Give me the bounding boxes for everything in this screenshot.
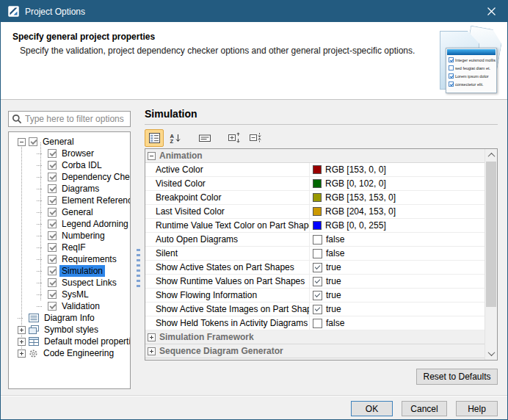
tree-item-suspect-links[interactable]: Suspect Links [9, 277, 130, 289]
color-swatch[interactable] [313, 221, 322, 230]
tree-item-validation[interactable]: Validation [9, 300, 130, 312]
tree-item-checkbox[interactable] [48, 161, 57, 170]
tree-expander-plus-icon[interactable] [18, 338, 26, 346]
prop-row-silent[interactable]: Silentfalse [145, 247, 485, 261]
scrollbar-thumb[interactable] [486, 162, 496, 307]
color-swatch[interactable] [313, 207, 322, 216]
color-swatch[interactable] [313, 193, 322, 202]
value-checkbox[interactable] [313, 291, 322, 300]
group-expander-plus-icon[interactable] [148, 333, 156, 341]
prop-row-runtime-value-text-color-on-part-shapes[interactable]: Runtime Value Text Color on Part ShapesR… [145, 219, 485, 233]
tree-item-checkbox[interactable] [48, 196, 57, 205]
expand-all-categories-button[interactable] [225, 129, 244, 147]
help-button[interactable]: Help [456, 401, 498, 416]
prop-row-breakpoint-color[interactable]: Breakpoint ColorRGB [153, 153, 0] [145, 191, 485, 205]
tree-item-checkbox[interactable] [48, 290, 57, 299]
tree-item-default-model-properties[interactable]: Default model properties [9, 336, 130, 347]
tree-item-checkbox[interactable] [29, 137, 37, 146]
alphabetical-sort-button[interactable]: AZ [166, 129, 185, 147]
tree-item-checkbox[interactable] [48, 184, 57, 193]
table-scrollbar[interactable] [485, 149, 497, 360]
tree-item-checkbox[interactable] [48, 243, 57, 252]
scroll-up-icon[interactable] [485, 149, 497, 162]
color-swatch[interactable] [313, 179, 322, 188]
reset-to-defaults-button[interactable]: Reset to Defaults [416, 369, 498, 385]
prop-row-show-active-state-images-on-part-shapes[interactable]: Show Active State Images on Part Shapest… [145, 303, 485, 316]
tree-expander-plus-icon[interactable] [18, 326, 26, 334]
tree-item-diagrams[interactable]: Diagrams [9, 183, 130, 195]
tree-item-checkbox[interactable] [48, 173, 57, 181]
tree-item-numbering[interactable]: Numbering [9, 230, 130, 242]
tree-item-browser[interactable]: Browser [9, 148, 130, 159]
tree-item-legend-adorning[interactable]: Legend Adorning [9, 218, 130, 230]
tree-item-sysml[interactable]: SysML [9, 289, 130, 300]
tree-expander-plus-icon[interactable] [18, 350, 26, 358]
tree-item-reqif[interactable]: ReqIF [9, 242, 130, 253]
prop-row-auto-open-diagrams[interactable]: Auto Open Diagramsfalse [145, 233, 485, 247]
group-expander-plus-icon[interactable] [148, 347, 156, 355]
prop-row-show-flowing-information[interactable]: Show Flowing Informationtrue [145, 289, 485, 303]
tree-item-checkbox[interactable] [48, 255, 57, 264]
prop-row-active-color[interactable]: Active ColorRGB [153, 0, 0] [145, 163, 485, 177]
prop-row-last-visited-color[interactable]: Last Visited ColorRGB [204, 153, 0] [145, 205, 485, 219]
value-checkbox[interactable] [313, 305, 322, 314]
filter-input[interactable] [25, 114, 127, 124]
code-engineering-icon [29, 349, 38, 358]
group-header-sequence-diagram-generator[interactable]: Sequence Diagram Generator [145, 344, 485, 358]
value-checkbox[interactable] [313, 235, 322, 245]
tree-connector [37, 165, 43, 166]
color-swatch[interactable] [313, 165, 322, 174]
prop-row-show-runtime-values-on-part-shapes[interactable]: Show Runtime Values on Part Shapestrue [145, 275, 485, 289]
tree-item-checkbox[interactable] [48, 278, 57, 287]
prop-value-text: RGB [153, 153, 0] [325, 192, 396, 203]
ok-button[interactable]: OK [351, 401, 393, 416]
cancel-button[interactable]: Cancel [402, 401, 447, 416]
tree-item-diagram-info[interactable]: Diagram Info [9, 312, 130, 324]
show-description-icon [199, 134, 211, 142]
value-checkbox[interactable] [313, 277, 322, 286]
prop-value-text: RGB [204, 153, 0] [325, 206, 396, 217]
collapse-all-categories-button[interactable] [246, 129, 265, 147]
value-checkbox[interactable] [313, 319, 322, 328]
options-tree: GeneralBrowserCorba IDLDependency Checke… [8, 131, 131, 389]
tree-item-simulation[interactable]: Simulation [9, 265, 130, 277]
diagram-info-icon [29, 314, 39, 322]
value-checkbox[interactable] [313, 263, 322, 272]
prop-row-show-held-tokens-in-activity-diagrams[interactable]: Show Held Tokens in Activity Diagramsfal… [145, 316, 485, 330]
tree-item-general[interactable]: General [9, 136, 130, 148]
group-expander-minus-icon[interactable] [148, 152, 156, 160]
tree-item-checkbox[interactable] [48, 302, 57, 311]
checklist-item-label: sed feugiat diam et. [455, 66, 490, 70]
tree-item-checkbox[interactable] [48, 208, 57, 217]
tree-connector [37, 177, 43, 178]
tree-item-code-engineering[interactable]: Code Engineering [9, 347, 130, 359]
prop-row-show-active-states-on-part-shapes[interactable]: Show Active States on Part Shapestrue [145, 261, 485, 275]
tree-item-requirements[interactable]: Requirements [9, 253, 130, 265]
prop-name: Auto Open Diagrams [145, 233, 310, 246]
tree-item-corba-idl[interactable]: Corba IDL [9, 159, 130, 171]
tree-expander-minus-icon[interactable] [18, 138, 26, 146]
checklist-item-label: Integer euismod mollis [455, 58, 496, 62]
tree-item-dependency-checker[interactable]: Dependency Checker [9, 171, 130, 183]
tree-item-checkbox[interactable] [48, 220, 57, 228]
categorized-view-button[interactable] [145, 129, 164, 147]
close-button[interactable] [475, 1, 507, 22]
tree-item-general[interactable]: General [9, 206, 130, 218]
tree-item-checkbox[interactable] [48, 267, 57, 275]
group-header-fuml-engine[interactable]: fUML Engine [145, 358, 485, 360]
tree-item-element-references[interactable]: Element References [9, 195, 130, 206]
prop-row-visited-color[interactable]: Visited ColorRGB [0, 102, 0] [145, 177, 485, 191]
panel-splitter[interactable] [137, 249, 140, 289]
group-header-animation[interactable]: Animation [145, 149, 485, 163]
value-checkbox[interactable] [313, 249, 322, 258]
show-description-button[interactable] [195, 129, 214, 147]
tree-item-checkbox[interactable] [48, 231, 57, 240]
tree-item-label: Suspect Links [59, 277, 119, 289]
tree-item-checkbox[interactable] [48, 149, 57, 158]
scroll-down-icon[interactable] [485, 347, 497, 360]
prop-value-text: true [326, 276, 341, 286]
prop-value-text: false [326, 248, 344, 258]
group-header-simulation-framework[interactable]: Simulation Framework [145, 330, 485, 344]
checkbox-icon [449, 65, 454, 70]
tree-item-symbol-styles[interactable]: Symbol styles [9, 324, 130, 336]
